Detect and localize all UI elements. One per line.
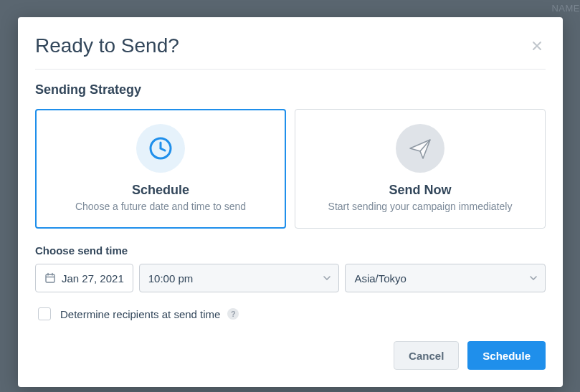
close-button[interactable] bbox=[528, 37, 546, 54]
modal-title: Ready to Send? bbox=[35, 34, 179, 57]
schedule-button[interactable]: Schedule bbox=[467, 341, 546, 370]
send-time-controls: Jan 27, 2021 10:00 pm Asia/Tokyo bbox=[35, 264, 546, 292]
checkbox-label: Determine recipients at send time bbox=[60, 308, 220, 320]
card-title: Schedule bbox=[47, 183, 274, 198]
determine-recipients-checkbox[interactable] bbox=[38, 307, 51, 320]
strategy-card-send-now[interactable]: Send Now Start sending your campaign imm… bbox=[295, 109, 546, 229]
modal-footer: Cancel Schedule bbox=[35, 341, 546, 370]
timezone-select[interactable]: Asia/Tokyo bbox=[345, 264, 546, 292]
info-icon[interactable]: ? bbox=[227, 308, 239, 320]
paper-plane-icon bbox=[396, 124, 444, 173]
clock-icon bbox=[136, 124, 185, 173]
modal-header: Ready to Send? bbox=[35, 34, 546, 70]
date-picker-button[interactable]: Jan 27, 2021 bbox=[35, 264, 133, 292]
cancel-button[interactable]: Cancel bbox=[394, 341, 459, 370]
send-modal: Ready to Send? Sending Strategy Schedule… bbox=[18, 17, 563, 387]
section-title-sending-strategy: Sending Strategy bbox=[35, 82, 546, 97]
card-subtitle: Start sending your campaign immediately bbox=[307, 201, 533, 212]
close-icon bbox=[531, 40, 543, 52]
time-select[interactable]: 10:00 pm bbox=[139, 264, 340, 292]
background-column-header: NAME bbox=[551, 3, 580, 14]
calendar-icon bbox=[44, 272, 56, 284]
svg-rect-1 bbox=[46, 274, 54, 282]
determine-recipients-row[interactable]: Determine recipients at send time ? bbox=[35, 305, 546, 322]
strategy-card-schedule[interactable]: Schedule Choose a future date and time t… bbox=[35, 109, 286, 229]
card-subtitle: Choose a future date and time to send bbox=[47, 201, 274, 212]
strategy-options: Schedule Choose a future date and time t… bbox=[35, 109, 546, 229]
date-value: Jan 27, 2021 bbox=[62, 272, 124, 285]
send-time-label: Choose send time bbox=[35, 244, 546, 257]
card-title: Send Now bbox=[307, 183, 533, 198]
